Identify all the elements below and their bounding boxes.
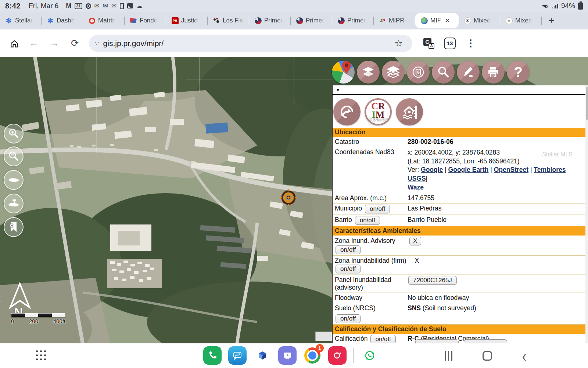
island-extent-button[interactable] (4, 194, 24, 213)
tab-mixed-2[interactable]: ✳ Mixed (500, 12, 542, 29)
tab-fondo[interactable]: Fondo (125, 12, 166, 29)
home-nav-button[interactable] (483, 351, 492, 361)
dashboard-icon: ✻ (47, 17, 54, 24)
tab-label: Matrix (98, 17, 115, 24)
cutoff-button[interactable] (464, 339, 507, 343)
calificacion-label: Calificación (335, 335, 368, 343)
back-button[interactable]: ← (24, 38, 44, 49)
search-button[interactable] (432, 61, 455, 84)
close-tab-icon[interactable]: ✕ (445, 17, 450, 25)
tab-los-fla[interactable]: Los Fla (208, 12, 249, 29)
share-export-button[interactable] (333, 98, 361, 125)
tab-matrix[interactable]: Matrix (83, 12, 125, 29)
panel-scrollbar[interactable] (585, 85, 588, 343)
reload-button[interactable]: ⟳ (65, 38, 85, 49)
notification-icons: M 31 ✉ ✉ ✉ ☁ (66, 3, 143, 9)
collapse-panel-button[interactable]: ▼ (336, 87, 340, 93)
menu-button[interactable]: ⋮ (466, 38, 476, 49)
clock: 8:42 (5, 2, 21, 10)
flood-panel-button[interactable]: 72000C1265J (408, 276, 457, 285)
battery-percent: 94% (561, 2, 575, 10)
tab-count-button[interactable]: 13 (444, 38, 456, 49)
whatsapp-app-icon[interactable] (361, 346, 379, 365)
chrome-app-icon[interactable]: 1 (303, 346, 322, 365)
url-text[interactable]: gis.jp.pr.gov/mipr/ (103, 39, 391, 48)
chrome-notification-badge: 1 (316, 344, 324, 352)
site-settings-icon[interactable]: ⸪ (95, 40, 98, 47)
layers-button[interactable] (357, 61, 380, 84)
bookmark-button[interactable] (4, 217, 24, 237)
zona-firm-toggle-button[interactable]: on/off (336, 265, 361, 273)
cutoff-button[interactable] (415, 339, 459, 343)
tab-primer-2[interactable]: Primer (291, 12, 332, 29)
basemap-layers-button[interactable] (382, 61, 405, 84)
crim-button[interactable]: CR IM CENTRO DE RECAUDACION DE INGRESOS … (365, 98, 392, 125)
camera-app-icon[interactable] (328, 346, 347, 365)
zona-advisory-toggle-button[interactable]: on/off (336, 245, 361, 254)
question-mark: ? (514, 64, 522, 80)
tab-label: Dashb (57, 17, 75, 24)
full-extent-button[interactable] (4, 170, 24, 190)
new-tab-button[interactable]: + (548, 15, 554, 26)
calendar-icon: 31 (75, 3, 82, 9)
calificacion-toggle-button[interactable]: on/off (370, 335, 395, 343)
link-sep: | (528, 166, 534, 173)
tab-label: Primer (264, 17, 283, 24)
suelo-toggle-button[interactable]: on/off (336, 314, 361, 323)
mail-app-icon[interactable] (253, 346, 272, 365)
fondo-icon (130, 18, 137, 23)
phone-app-icon[interactable] (203, 346, 222, 365)
mipr-globe-button[interactable]: G (407, 61, 430, 84)
municipio-toggle-button[interactable]: on/off (365, 205, 390, 213)
draw-button[interactable] (457, 61, 480, 84)
tab-label: Mixed (515, 17, 532, 24)
flood-info-button[interactable] (396, 98, 423, 125)
zona-firm-row: Zona Inundabilidad (firm) X on/off (333, 256, 586, 275)
zona-advisory-value-button[interactable]: X (409, 237, 421, 245)
area-label: Area Aprox. (m.c.) (333, 193, 405, 204)
video-app-icon[interactable] (278, 346, 297, 365)
dock-divider (353, 348, 354, 363)
tab-label: MIPR– (389, 17, 408, 24)
tab-primer-3[interactable]: Primer (332, 12, 374, 29)
cutoff-buttons (415, 339, 507, 343)
print-button[interactable] (482, 61, 505, 84)
forward-button[interactable]: → (44, 38, 65, 49)
justicia-icon: PH (172, 17, 179, 24)
zoom-out-button[interactable] (4, 146, 24, 166)
device-icon (120, 3, 124, 9)
link-waze[interactable]: Waze (408, 184, 424, 191)
translate-button[interactable]: G A (423, 38, 434, 49)
apps-drawer-button[interactable] (36, 350, 46, 360)
parcel-info-panel: ▼ CR IM CENTRO DE RECAUDACION DE INGRESO… (332, 85, 586, 343)
tab-mixed-1[interactable]: ✳ Mixed (459, 12, 500, 29)
zoom-in-button[interactable] (4, 124, 24, 144)
browser-tab-strip: ✻ Stellar ✻ Dashb Matrix Fondo PH Justic… (0, 12, 588, 29)
barrio-toggle-button[interactable]: on/off (355, 216, 380, 225)
tab-stellar[interactable]: ✻ Stellar (0, 12, 42, 29)
panel-header-bar: ▼ (333, 85, 586, 95)
home-button[interactable] (10, 39, 18, 48)
tab-primer-1[interactable]: Primer (249, 12, 291, 29)
battery-icon (578, 3, 583, 10)
translate-a: A (429, 43, 434, 49)
tab-justicia[interactable]: PH Justici (166, 12, 208, 29)
blue-roof-building (205, 123, 228, 134)
messages-app-icon[interactable] (228, 346, 247, 365)
map-viewport[interactable]: N 0 200 400ft Powe (0, 57, 588, 343)
catastro-value: 280-002-016-06 (405, 137, 586, 147)
help-button[interactable]: ? (507, 61, 530, 84)
tab-dashboard[interactable]: ✻ Dashb (42, 12, 83, 29)
google-maps-button[interactable] (332, 61, 355, 84)
link-openstreet[interactable]: OpenStreet (494, 166, 528, 173)
tab-mipr-active[interactable]: MIP ✕ (415, 13, 459, 28)
link-google-earth[interactable]: Google Earth (448, 166, 489, 173)
url-field[interactable]: ⸪ gis.jp.pr.gov/mipr/ ☆ (89, 35, 412, 52)
bookmark-star-icon[interactable]: ☆ (391, 38, 406, 49)
link-google[interactable]: Google (421, 166, 443, 173)
gis-toolbar: G ? (332, 61, 530, 84)
tab-mipr-alt[interactable]: JP MIPR– (374, 12, 415, 29)
back-nav-button[interactable]: ‹ (522, 347, 526, 364)
recents-button[interactable] (445, 351, 452, 361)
svg-text:G: G (417, 70, 420, 74)
